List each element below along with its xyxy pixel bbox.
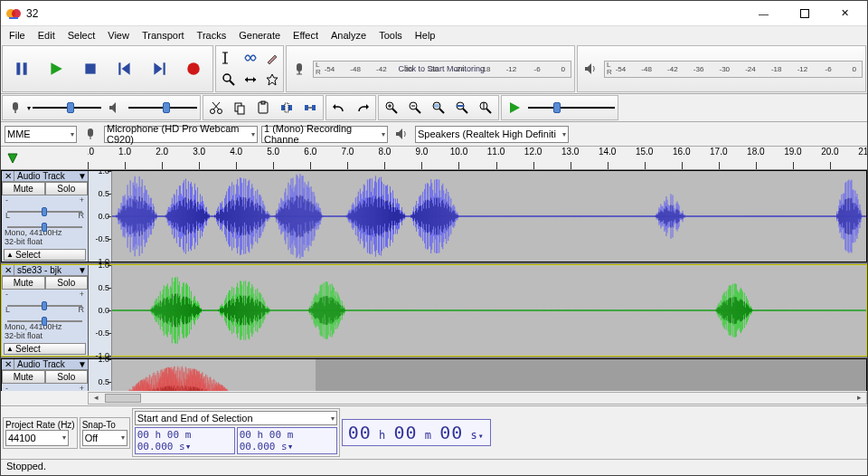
mute-button[interactable]: Mute xyxy=(2,370,45,384)
menu-effect[interactable]: Effect xyxy=(287,28,325,43)
svg-point-27 xyxy=(218,109,222,114)
zoom-out-button[interactable] xyxy=(404,97,426,119)
menu-generate[interactable]: Generate xyxy=(232,28,287,43)
play-at-speed-button[interactable] xyxy=(504,97,525,119)
track-2[interactable]: ✕Audio Track▼MuteSolo-+LRMono, 44100Hz32… xyxy=(1,358,867,391)
trim-button[interactable] xyxy=(276,97,297,119)
selection-end-time[interactable]: 00 h 00 m 00.000 s▾ xyxy=(237,427,337,454)
svg-marker-19 xyxy=(245,77,248,82)
track-close-button[interactable]: ✕ xyxy=(2,171,14,181)
svg-rect-10 xyxy=(164,62,165,75)
menu-edit[interactable]: Edit xyxy=(32,28,61,43)
project-rate-combo[interactable]: 44100▾ xyxy=(5,430,69,446)
svg-rect-21 xyxy=(297,63,302,71)
vertical-scale: 1.00.50.0-0.5-1.0 xyxy=(89,359,112,391)
menu-tracks[interactable]: Tracks xyxy=(191,28,233,43)
skip-end-button[interactable] xyxy=(143,52,175,85)
menu-select[interactable]: Select xyxy=(61,28,102,43)
pan-slider[interactable] xyxy=(7,222,82,224)
track-0[interactable]: ✕Audio Track▼MuteSolo-+LRMono, 44100Hz32… xyxy=(1,170,867,262)
selection-tool[interactable] xyxy=(218,47,240,69)
recording-meter[interactable]: LR Click to Start Monitoring-54-48-42-36… xyxy=(313,61,571,78)
audio-host-combo[interactable]: MME▾ xyxy=(5,126,77,143)
fit-project-button[interactable] xyxy=(451,97,473,119)
solo-button[interactable]: Solo xyxy=(45,370,89,384)
track-select-button[interactable]: Select xyxy=(4,249,86,261)
copy-button[interactable] xyxy=(229,97,250,119)
horizontal-scrollbar[interactable]: ◂▸ xyxy=(1,391,867,405)
menu-help[interactable]: Help xyxy=(409,28,442,43)
track-select-button[interactable]: Select xyxy=(4,343,86,355)
silence-button[interactable] xyxy=(299,97,321,119)
mute-button[interactable]: Mute xyxy=(2,182,45,195)
track-name[interactable]: s5e33 - bjk xyxy=(14,265,77,275)
track-menu-button[interactable]: ▼ xyxy=(77,265,88,275)
stop-button[interactable] xyxy=(74,52,107,85)
menu-transport[interactable]: Transport xyxy=(136,28,191,43)
waveform[interactable] xyxy=(112,265,866,356)
track-name[interactable]: Audio Track xyxy=(14,359,77,369)
track-close-button[interactable]: ✕ xyxy=(2,265,14,275)
track-menu-button[interactable]: ▼ xyxy=(77,171,88,181)
minimize-button[interactable]: — xyxy=(743,2,784,25)
zoom-tool[interactable] xyxy=(218,69,240,90)
undo-button[interactable] xyxy=(328,97,350,119)
paste-button[interactable] xyxy=(252,97,274,119)
pause-button[interactable] xyxy=(5,52,38,85)
svg-line-50 xyxy=(439,109,444,113)
menu-view[interactable]: View xyxy=(101,28,136,43)
play-device-combo[interactable]: Speakers (Realtek High Definiti▾ xyxy=(415,126,569,143)
menu-file[interactable]: File xyxy=(3,28,32,43)
track-1[interactable]: ✕s5e33 - bjk▼MuteSolo-+LRMono, 44100Hz32… xyxy=(1,264,867,357)
fit-selection-button[interactable] xyxy=(428,97,449,119)
toolbar-row-2: ▾ xyxy=(1,94,867,122)
waveform[interactable] xyxy=(112,359,866,391)
menu-tools[interactable]: Tools xyxy=(373,28,409,43)
close-button[interactable]: ✕ xyxy=(825,2,865,25)
play-meter-icon[interactable] xyxy=(580,58,601,80)
record-button[interactable] xyxy=(177,52,210,85)
svg-rect-24 xyxy=(13,102,18,110)
timeline-ruler[interactable]: 0.01.02.03.04.05.06.07.08.09.010.011.012… xyxy=(1,147,867,170)
solo-button[interactable]: Solo xyxy=(45,276,89,290)
track-name[interactable]: Audio Track xyxy=(14,171,77,181)
solo-button[interactable]: Solo xyxy=(45,182,89,195)
maximize-button[interactable] xyxy=(784,2,825,25)
envelope-tool[interactable] xyxy=(240,47,261,69)
selection-type-combo[interactable]: Start and End of Selection▾ xyxy=(135,411,337,425)
waveform[interactable] xyxy=(112,171,866,262)
timeshift-tool[interactable] xyxy=(240,69,261,90)
redo-button[interactable] xyxy=(352,97,373,119)
snap-to-combo[interactable]: Off▾ xyxy=(82,430,127,446)
rec-device-combo[interactable]: Microphone (HD Pro Webcam C920)▾ xyxy=(104,126,258,143)
menu-analyze[interactable]: Analyze xyxy=(325,28,373,43)
zoom-toggle-button[interactable] xyxy=(475,97,496,119)
rec-volume-slider[interactable] xyxy=(31,100,103,116)
play-volume-slider[interactable] xyxy=(127,100,199,116)
device-toolbar: MME▾ Microphone (HD Pro Webcam C920)▾ 1 … xyxy=(1,122,867,147)
play-button[interactable] xyxy=(40,52,72,85)
audio-position[interactable]: 00 h 00 m 00 s▾ xyxy=(342,419,491,446)
pin-icon[interactable] xyxy=(6,152,19,165)
zoom-in-button[interactable] xyxy=(381,97,402,119)
svg-line-29 xyxy=(212,102,219,109)
svg-point-12 xyxy=(187,62,200,75)
draw-tool[interactable] xyxy=(261,47,283,69)
rec-meter-icon[interactable] xyxy=(288,58,310,80)
cut-button[interactable] xyxy=(205,97,227,119)
playback-speed-slider[interactable] xyxy=(526,100,617,116)
rec-channels-combo[interactable]: 1 (Mono) Recording Channe▾ xyxy=(261,126,388,143)
gain-slider[interactable] xyxy=(7,300,82,303)
svg-rect-2 xyxy=(9,17,18,19)
tracks-area: ✕Audio Track▼MuteSolo-+LRMono, 44100Hz32… xyxy=(1,170,867,391)
track-close-button[interactable]: ✕ xyxy=(2,359,14,369)
playback-meter[interactable]: LR -54-48-42-36-30-24-18-12-60 xyxy=(604,61,863,78)
speaker-icon xyxy=(104,97,126,119)
gain-slider[interactable] xyxy=(7,206,82,209)
skip-start-button[interactable] xyxy=(108,52,141,85)
mute-button[interactable]: Mute xyxy=(2,276,45,290)
pan-slider[interactable] xyxy=(7,316,82,319)
multi-tool[interactable] xyxy=(261,69,283,90)
selection-start-time[interactable]: 00 h 00 m 00.000 s▾ xyxy=(135,427,235,454)
track-menu-button[interactable]: ▼ xyxy=(77,359,88,369)
